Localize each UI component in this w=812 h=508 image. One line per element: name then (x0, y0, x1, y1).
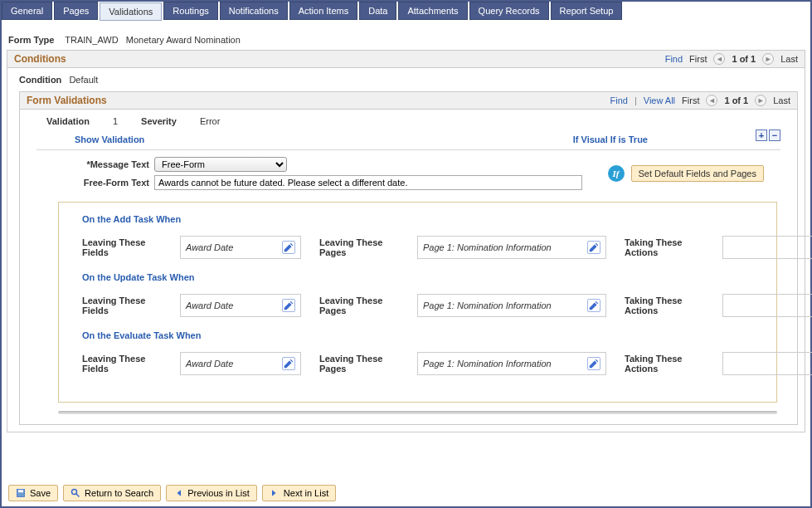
validations-last: Last (773, 95, 790, 105)
update-page-value: Page 1: Nomination Information (423, 300, 581, 310)
svg-line-3 (76, 494, 80, 497)
condition-value: Default (69, 75, 98, 85)
tab-routings[interactable]: Routings (163, 2, 217, 20)
conditions-prev-arrow[interactable]: ◄ (713, 53, 725, 65)
form-validations-title: Form Validations (27, 95, 107, 106)
freeform-text-input[interactable] (154, 175, 582, 190)
pencil-icon[interactable] (282, 241, 295, 254)
form-type-row: Form Type TRAIN_AWD Monetary Award Nomin… (2, 20, 810, 50)
update-task-row: Leaving These Fields Award Date Leaving … (72, 294, 763, 317)
severity-label: Severity (141, 116, 177, 126)
tab-action-items[interactable]: Action Items (289, 2, 358, 20)
evaluate-task-row: Leaving These Fields Award Date Leaving … (72, 352, 763, 375)
conditions-counter: 1 of 1 (732, 54, 756, 64)
evaluate-page-value: Page 1: Nomination Information (423, 359, 581, 369)
pencil-icon[interactable] (587, 241, 600, 254)
previous-in-list-button[interactable]: Previous in List (166, 485, 257, 501)
show-validation-link[interactable]: Show Validation (75, 134, 144, 144)
evaluate-field-value: Award Date (186, 359, 275, 369)
leaving-fields-label: Leaving These Fields (82, 354, 173, 374)
svg-rect-1 (18, 490, 23, 492)
validations-counter: 1 of 1 (724, 95, 748, 105)
message-text-select[interactable]: Free-Form (154, 157, 287, 172)
update-task-header: On the Update Task When (82, 272, 763, 282)
tab-bar: General Pages Validations Routings Notif… (2, 2, 810, 20)
validations-next-arrow[interactable]: ► (755, 95, 766, 106)
return-to-search-button[interactable]: Return to Search (63, 485, 161, 501)
if-visual-link[interactable]: If Visual If is True (573, 134, 648, 144)
conditions-title: Conditions (14, 53, 66, 65)
tab-validations[interactable]: Validations (100, 2, 162, 21)
conditions-section: Conditions Find First ◄ 1 of 1 ► Last Co… (7, 50, 805, 432)
prev-icon (173, 488, 183, 498)
if-icon[interactable]: If (608, 165, 625, 182)
validation-value: 1 (113, 116, 118, 126)
add-field-value: Award Date (186, 242, 275, 252)
add-row-button[interactable]: + (756, 129, 767, 141)
search-icon (71, 488, 80, 498)
tab-attachments[interactable]: Attachments (398, 2, 467, 20)
task-rules-box: On the Add Task When Leaving These Field… (58, 202, 777, 403)
taking-actions-label: Taking These Actions (625, 296, 716, 315)
conditions-next-arrow[interactable]: ► (762, 53, 774, 65)
next-in-list-button[interactable]: Next in List (262, 485, 336, 501)
leaving-fields-label: Leaving These Fields (82, 296, 173, 315)
add-task-header: On the Add Task When (82, 214, 763, 224)
conditions-pager: Find First ◄ 1 of 1 ► Last (665, 53, 798, 65)
tab-report-setup[interactable]: Report Setup (551, 2, 623, 20)
form-validations-section: Form Validations Find | View All First ◄… (19, 91, 798, 425)
validations-pager: Find | View All First ◄ 1 of 1 ► Last (610, 95, 790, 106)
svg-point-2 (72, 490, 77, 495)
message-text-label: *Message Text (70, 159, 149, 169)
pencil-icon[interactable] (587, 299, 600, 312)
validations-viewall-link[interactable]: View All (644, 95, 675, 105)
evaluate-task-header: On the Evaluate Task When (82, 330, 763, 340)
tab-general[interactable]: General (2, 2, 52, 20)
form-type-code: TRAIN_AWD (65, 35, 118, 45)
leaving-fields-label: Leaving These Fields (82, 237, 173, 257)
tab-pages[interactable]: Pages (54, 2, 98, 20)
save-button[interactable]: Save (8, 485, 58, 501)
conditions-first: First (689, 54, 707, 64)
leaving-pages-label: Leaving These Pages (319, 237, 411, 257)
tab-notifications[interactable]: Notifications (220, 2, 288, 20)
severity-value: Error (200, 116, 220, 126)
tab-query-records[interactable]: Query Records (469, 2, 549, 20)
form-type-label: Form Type (8, 35, 54, 45)
validations-first: First (682, 95, 699, 105)
leaving-pages-label: Leaving These Pages (319, 354, 411, 374)
add-task-row: Leaving These Fields Award Date Leaving … (72, 236, 763, 259)
conditions-last: Last (780, 54, 798, 64)
footer-toolbar: Save Return to Search Previous in List N… (8, 485, 336, 501)
tab-data[interactable]: Data (359, 2, 396, 20)
next-icon (270, 488, 280, 498)
freeform-text-label: Free-Form Text (70, 178, 149, 188)
condition-label: Condition (19, 75, 61, 85)
add-page-value: Page 1: Nomination Information (423, 242, 581, 252)
conditions-find-link[interactable]: Find (665, 54, 683, 64)
leaving-pages-label: Leaving These Pages (319, 296, 411, 315)
pencil-icon[interactable] (282, 299, 295, 312)
save-icon (16, 488, 26, 498)
remove-row-button[interactable]: − (769, 129, 780, 141)
form-type-desc: Monetary Award Nomination (126, 35, 241, 45)
pencil-icon[interactable] (282, 357, 295, 370)
validations-prev-arrow[interactable]: ◄ (706, 95, 717, 106)
validations-find-link[interactable]: Find (610, 95, 627, 105)
pencil-icon[interactable] (587, 357, 600, 370)
set-default-button[interactable]: Set Default Fields and Pages (631, 165, 764, 182)
update-field-value: Award Date (186, 300, 275, 310)
taking-actions-label: Taking These Actions (625, 354, 716, 374)
validation-label: Validation (46, 116, 90, 126)
taking-actions-label: Taking These Actions (625, 237, 716, 257)
